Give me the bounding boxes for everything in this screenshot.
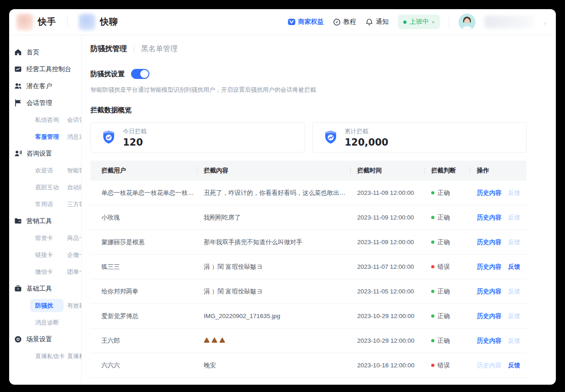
sidebar-item-label: 经营工具控制台 xyxy=(26,65,71,73)
avatar[interactable] xyxy=(459,14,475,31)
cell-intercepted-content xyxy=(204,337,357,344)
tab-blacklist[interactable]: 黑名单管理 xyxy=(141,44,178,54)
cell-intercepted-content: 我刚刚吃席了 xyxy=(204,214,357,222)
history-content-link[interactable]: 历史内容 xyxy=(477,214,502,222)
sidebar-item[interactable]: 咨询设置 xyxy=(9,145,81,162)
table-header-cell: 拦截判断 xyxy=(431,167,477,175)
status-dot-icon xyxy=(431,290,434,293)
tab-divider xyxy=(134,46,134,53)
sidebar-sublink[interactable]: 欢迎语 xyxy=(35,162,67,179)
cell-intercepted-user: 六六六 xyxy=(90,361,204,370)
cell-intercept-time: 2023-10-16 12:00:00 xyxy=(357,362,431,369)
cell-actions: 历史内容反馈 xyxy=(477,214,527,222)
cell-intercepted-content: 涓 ）閨 富瑕佺敺皺ヨ xyxy=(204,287,357,296)
sidebar-item[interactable]: 营销工具 xyxy=(9,213,81,230)
cell-intercept-time: 2023-11-07 12:00:00 xyxy=(357,263,431,270)
user-menu-caret-icon[interactable]: ◞ xyxy=(544,19,546,25)
online-dot-icon xyxy=(403,21,407,24)
feedback-link[interactable]: 反馈 xyxy=(508,214,520,222)
tab-anti-harassment[interactable]: 防骚扰管理 xyxy=(90,44,127,54)
table-header: 拦截用户拦截内容拦截时间拦截判断操作 xyxy=(90,161,527,181)
verdict-label: 正确 xyxy=(438,189,450,197)
sidebar-sublink[interactable]: 有效获客 xyxy=(67,297,82,314)
anti-harassment-toggle[interactable] xyxy=(131,69,149,79)
stat-value: 120,000 xyxy=(345,137,389,148)
sidebar-sub-links: 防骚扰有效获客消息诊断 xyxy=(9,297,81,331)
app-body: 首页经营工具控制台潜在客户会话管理私信咨询会话管理客服管理消息通知咨询设置欢迎语… xyxy=(9,35,556,385)
verdict-label: 正确 xyxy=(438,337,450,345)
sidebar-sublink[interactable]: 客服管理 xyxy=(35,128,67,145)
sidebar-sublink[interactable]: 智能客服 xyxy=(67,162,82,179)
cell-intercept-time: 2023-11-09 12:00:00 xyxy=(357,189,431,196)
cell-intercepted-content: IMG_20220902_171635.jpg xyxy=(204,313,357,319)
merchant-rights-link[interactable]: 商家权益 xyxy=(288,18,324,26)
sidebar-item-label: 咨询设置 xyxy=(26,150,52,158)
history-content-link[interactable]: 历史内容 xyxy=(477,238,502,246)
sidebar-sublink-label: 微信卡 xyxy=(35,268,53,276)
sidebar-sublink[interactable]: 自动回复 xyxy=(67,179,82,196)
tutorial-link[interactable]: 教程 xyxy=(333,18,356,26)
work-status-dropdown[interactable]: 上班中 ▾ xyxy=(398,15,440,29)
cell-verdict: 正确 xyxy=(431,238,477,246)
sidebar-sublink[interactable]: 会话管理 xyxy=(67,111,82,128)
feedback-link[interactable]: 反馈 xyxy=(508,263,520,271)
sidebar-item[interactable]: 首页 xyxy=(9,44,81,61)
verdict-label: 正确 xyxy=(438,238,450,246)
verdict-label: 正确 xyxy=(438,214,450,222)
status-dot-icon xyxy=(431,339,434,342)
feedback-link[interactable]: 反馈 xyxy=(508,189,520,197)
sidebar-sublink[interactable]: 防骚扰 xyxy=(35,297,67,314)
sidebar-sub-links: 私信咨询会话管理客服管理消息通知 xyxy=(9,111,81,145)
sidebar-sublink-label: 商品卡 xyxy=(67,234,82,242)
table-header-cell: 拦截用户 xyxy=(90,167,204,175)
sidebar-item-label: 基础工具 xyxy=(26,285,52,293)
setting-description: 智能防骚扰是平台通过智能模型识别到骚扰用户，开启设置后骚扰用户的会话将被拦截 xyxy=(90,86,527,94)
sidebar-sublink[interactable]: 直播私信卡 xyxy=(35,348,67,365)
history-content-link[interactable]: 历史内容 xyxy=(477,263,502,271)
cell-intercepted-user: 王六郎 xyxy=(90,337,204,345)
sidebar-item[interactable]: 会话管理 xyxy=(9,94,81,111)
sidebar-sublink[interactable]: 链接卡 xyxy=(35,246,67,263)
sidebar-sublink[interactable]: 企微卡 xyxy=(67,246,82,263)
feedback-link[interactable]: 反馈 xyxy=(508,238,520,246)
sidebar-sublink[interactable]: 三方客服 xyxy=(67,196,82,213)
sidebar-item[interactable]: 潜在客户 xyxy=(9,78,81,94)
sidebar-sublink-label: 消息通知 xyxy=(67,133,82,141)
overview-title: 拦截数据概览 xyxy=(90,106,527,115)
sidebar-sublink[interactable]: 常用语 xyxy=(35,196,67,213)
tutorial-icon xyxy=(333,18,341,26)
sidebar-item[interactable]: 经营工具控制台 xyxy=(9,61,81,78)
feedback-link[interactable]: 反馈 xyxy=(508,287,520,296)
history-content-link[interactable]: 历史内容 xyxy=(477,361,502,370)
history-content-link[interactable]: 历史内容 xyxy=(477,312,502,320)
sidebar-item[interactable]: 基础工具 xyxy=(9,280,81,297)
status-dot-icon xyxy=(431,364,434,367)
sidebar-sublink[interactable]: 私信咨询 xyxy=(35,111,67,128)
history-content-link[interactable]: 历史内容 xyxy=(477,337,502,345)
sidebar-sublink[interactable]: 团单卡新 xyxy=(67,263,82,280)
sidebar-sublink[interactable]: 留资卡 xyxy=(35,230,67,246)
history-content-link[interactable]: 历史内容 xyxy=(477,287,502,296)
table-row: 单恋一枝花单恋一枝花单恋一枝花...丑死了，咋设计的，你看看好看吗，这么菜也敢出… xyxy=(90,181,527,205)
sidebar-sublink[interactable]: 直播私信卡 xyxy=(67,348,82,365)
history-content-link[interactable]: 历史内容 xyxy=(477,189,502,197)
feedback-link[interactable]: 反馈 xyxy=(508,312,520,320)
sidebar-item[interactable]: 场景设置 xyxy=(9,331,81,348)
sidebar-sublink[interactable]: 底部互动 xyxy=(35,179,67,196)
table-header-cell: 操作 xyxy=(477,167,527,175)
sidebar-sublink[interactable]: 消息诊断 xyxy=(35,314,67,331)
feedback-link[interactable]: 反馈 xyxy=(508,361,520,370)
bell-icon xyxy=(365,18,373,26)
sidebar-sublink-label: 欢迎语 xyxy=(35,167,53,175)
notification-link[interactable]: 通知 xyxy=(365,18,389,26)
cell-actions: 历史内容反馈 xyxy=(477,189,527,197)
sidebar-sublink[interactable]: 微信卡 xyxy=(35,263,67,280)
stat-card-text: 今日拦截 120 xyxy=(123,127,147,148)
sidebar-sublink[interactable]: 商品卡 xyxy=(67,230,82,246)
feedback-link[interactable]: 反馈 xyxy=(508,337,520,345)
sidebar-sublink[interactable]: 消息通知 xyxy=(67,128,82,145)
cell-actions: 历史内容反馈 xyxy=(477,361,527,370)
cell-intercepted-user: 小玫瑰 xyxy=(90,214,204,222)
stat-cards: 今日拦截 120 累计拦截 120,000 xyxy=(90,122,527,152)
table-row: 狐三三涓 ）閨 富瑕佺敺皺ヨ2023-11-07 12:00:00错误历史内容反… xyxy=(90,255,527,279)
